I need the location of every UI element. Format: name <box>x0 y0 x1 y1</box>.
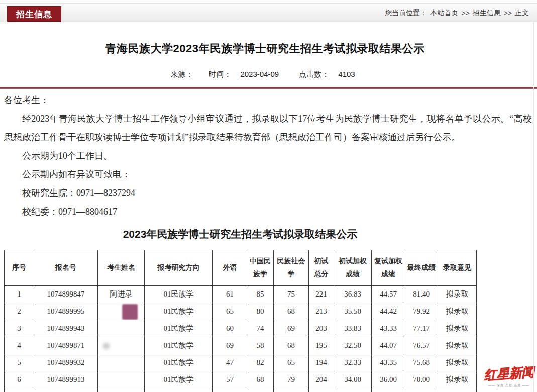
table-cell: 65 <box>213 303 247 320</box>
table-cell: 80 <box>247 303 274 320</box>
table-cell: 01民族学 <box>145 303 213 320</box>
table-cell: 65 <box>274 354 309 371</box>
breadcrumb-separator: >> <box>504 9 512 17</box>
table-cell: 6 <box>5 371 34 388</box>
table-cell: 44.42 <box>372 303 405 320</box>
column-header: 序号 <box>5 250 34 286</box>
article-body: 各位考生： 经2023年青海民族大学博士招生工作领导小组审议通过，拟录取以下17… <box>4 91 532 221</box>
table-cell: 69 <box>213 337 247 354</box>
breadcrumb-label: 您当前位置： <box>385 9 427 18</box>
column-header: 民族社会学 <box>274 250 309 286</box>
table-cell: 1074899871 <box>34 337 98 354</box>
table-cell: 69 <box>274 320 309 337</box>
table-header-row: 序号报名号考生姓名报考研究方向外语中国民族学民族社会学初试总分初试加权成绩复试加… <box>5 250 477 286</box>
top-section-bar: 招生信息 您当前位置： 本站首页 >> 招生信息 >> 正文 <box>0 3 537 22</box>
breadcrumb-separator: >> <box>461 9 469 17</box>
paragraph-salutation: 各位考生： <box>4 91 532 110</box>
candidate-name-cell <box>98 354 145 371</box>
table-cell: 01民族学 <box>145 337 213 354</box>
table-cell: 拟录取 <box>438 286 477 303</box>
table-cell: 01民族学 <box>145 354 213 371</box>
breadcrumb-item-home[interactable]: 本站首页 <box>430 9 458 18</box>
meta-source-label: 来源： <box>170 70 193 78</box>
table-cell: 213 <box>309 303 334 320</box>
table-cell: 01民族学 <box>145 320 213 337</box>
table-cell: 拟录取 <box>438 337 477 354</box>
table-cell <box>98 388 145 392</box>
candidate-name-cell <box>98 303 145 320</box>
table-cell: 32.33 <box>334 354 372 371</box>
column-header: 外语 <box>213 250 247 286</box>
table-cell: 44.07 <box>372 337 405 354</box>
table-body: 11074899847阿进录01民族学61857522136.8344.5781… <box>5 286 477 392</box>
table-cell: 1074899913 <box>34 371 98 388</box>
table-cell: 70.00 <box>405 371 438 388</box>
table-cell <box>247 388 274 392</box>
page-edge-divider <box>533 22 534 392</box>
column-header: 初试总分 <box>309 250 334 286</box>
table-cell: 81.40 <box>405 286 438 303</box>
table-cell: 61 <box>213 286 247 303</box>
table-cell: 75 <box>274 286 309 303</box>
table-cell: 33.83 <box>334 320 372 337</box>
paragraph-graduate-school-phone: 校研究生院：0971—8237294 <box>4 184 532 203</box>
table-cell <box>405 388 438 392</box>
table-row: 4107489987101民族学69586819532.5044.0776.57… <box>5 337 477 354</box>
column-header: 最终成绩 <box>405 250 438 286</box>
red-divider <box>0 87 537 89</box>
table-cell <box>274 388 309 392</box>
table-cell: 2 <box>5 303 34 320</box>
column-header: 考生姓名 <box>98 250 145 286</box>
paragraph-publicity-period: 公示期为10个工作日。 <box>4 147 532 165</box>
table-cell: 68 <box>274 337 309 354</box>
table-cell: 47 <box>213 354 247 371</box>
table-cell: 68 <box>274 303 309 320</box>
table-cell <box>145 388 213 392</box>
meta-time: 时间：2023-04-09 <box>204 70 283 78</box>
table-cell: 195 <box>309 337 334 354</box>
column-header: 报考研究方向 <box>145 250 213 286</box>
breadcrumb-item-admissions[interactable]: 招生信息 <box>473 9 501 18</box>
table-cell: 58 <box>247 337 274 354</box>
table-cell: 204 <box>309 371 334 388</box>
candidate-name-cell: 阿进录 <box>98 286 145 303</box>
table-cell <box>5 388 34 392</box>
candidate-name-cell <box>98 371 145 388</box>
section-badge-admissions-info[interactable]: 招生信息 <box>7 6 61 22</box>
table-cell: 82 <box>247 354 274 371</box>
table-cell: 74 <box>247 320 274 337</box>
table-cell <box>213 388 247 392</box>
table-cell: 85 <box>247 286 274 303</box>
table-cell: 60 <box>213 320 247 337</box>
table-cell <box>334 388 372 392</box>
table-cell: 203 <box>309 320 334 337</box>
results-table-title: 2023年民族学博士研究生招生考试拟录取结果公示 <box>0 227 480 241</box>
paragraph-objection-notice: 公示期内如有异议可致电： <box>4 165 532 184</box>
table-row: 5107489993201民族学47826519432.3343.3575.68… <box>5 354 477 371</box>
column-header: 复试加权成绩 <box>372 250 405 286</box>
breadcrumb-item-article[interactable]: 正文 <box>515 9 529 18</box>
table-cell: 拟录取 <box>438 354 477 371</box>
table-cell: 34.00 <box>334 371 372 388</box>
table-cell: 221 <box>309 286 334 303</box>
paragraph-announcement: 经2023年青海民族大学博士招生工作领导小组审议通过，拟录取以下17位考生为民族… <box>4 110 532 147</box>
column-header: 中国民族学 <box>247 250 274 286</box>
table-row: 6107489991301民族学57687920434.0036.0070.00… <box>5 371 477 388</box>
column-header: 初试加权成绩 <box>334 250 372 286</box>
article-meta: 来源： 时间：2023-04-09 点击数：4103 <box>0 70 530 79</box>
table-cell: 43.35 <box>372 354 405 371</box>
red-star-news-logo: 红星新闻 <box>483 363 534 384</box>
column-header: 录取意见 <box>438 250 477 286</box>
table-row: 11074899847阿进录01民族学61857522136.8344.5781… <box>5 286 477 303</box>
table-cell: 44.57 <box>372 286 405 303</box>
table-cell: 76.57 <box>405 337 438 354</box>
table-cell: 75.68 <box>405 354 438 371</box>
table-cell: 1 <box>5 286 34 303</box>
paragraph-discipline-committee-phone: 校纪委：0971—8804617 <box>4 203 532 221</box>
table-cell: 1074899932 <box>34 354 98 371</box>
table-row: 2107489999501民族学65806821335.5044.4279.92… <box>5 303 477 320</box>
table-cell <box>309 388 334 392</box>
table-cell: 77.17 <box>405 320 438 337</box>
table-cell: 36.00 <box>372 371 405 388</box>
table-cell: 3 <box>5 320 34 337</box>
